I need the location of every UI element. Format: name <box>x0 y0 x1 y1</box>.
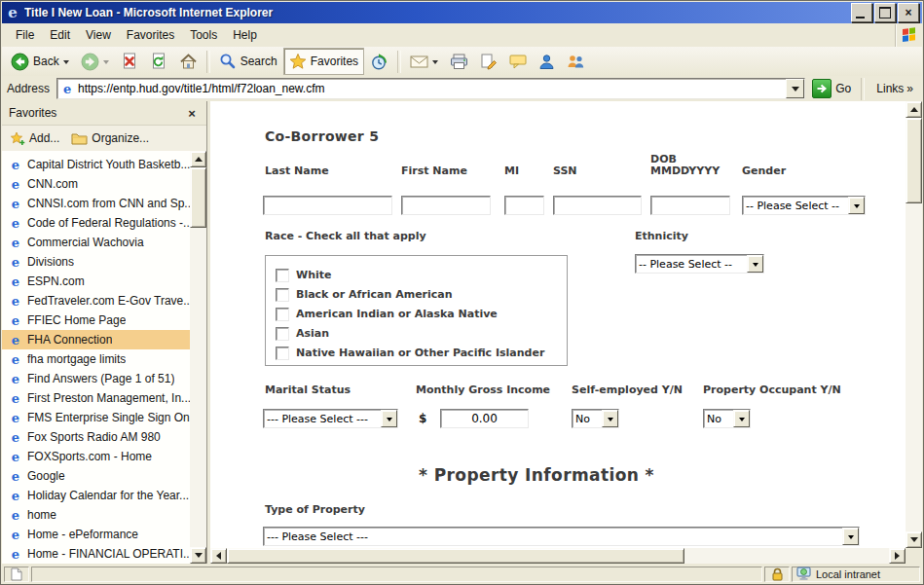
page-vertical-scrollbar[interactable] <box>906 101 922 548</box>
stop-button[interactable] <box>115 48 144 75</box>
race-checkbox[interactable] <box>276 347 289 360</box>
favorite-item-fha-connection[interactable]: eFHA Connection <box>2 330 190 349</box>
first-name-input[interactable] <box>401 196 491 215</box>
mi-input[interactable] <box>504 196 544 215</box>
links-button[interactable]: Links » <box>872 82 917 95</box>
favorite-item[interactable]: eFOXSports.com - Home <box>2 447 190 466</box>
add-favorite-button[interactable]: Add... <box>10 131 59 146</box>
favorite-item[interactable]: eFedTraveler.com E-Gov Trave... <box>2 291 190 311</box>
menu-favorites[interactable]: Favorites <box>119 24 182 46</box>
favorite-item[interactable]: eFox Sports Radio AM 980 <box>2 427 190 447</box>
favorite-item[interactable]: ehome <box>2 505 190 525</box>
race-checkbox[interactable] <box>276 327 289 341</box>
home-button[interactable] <box>173 48 203 75</box>
occupant-select[interactable]: No <box>703 409 751 428</box>
dob-input[interactable] <box>650 196 730 215</box>
marital-status-select[interactable]: --- Please Select --- <box>263 409 398 428</box>
organize-favorites-button[interactable]: Organize... <box>71 131 149 145</box>
favorite-item[interactable]: eCode of Federal Regulations -... <box>2 213 190 233</box>
menu-help[interactable]: Help <box>225 24 265 46</box>
favorites-scrollbar[interactable] <box>190 151 206 564</box>
race-checkbox[interactable] <box>276 269 289 282</box>
last-name-input[interactable] <box>263 196 392 215</box>
history-button[interactable] <box>364 48 394 75</box>
minimize-button[interactable] <box>851 3 872 22</box>
favorite-item[interactable]: eDivisions <box>2 252 190 272</box>
favorite-item[interactable]: eCapital District Youth Basketb... <box>2 155 190 174</box>
title-bar: e Title I New Loan - Microsoft Internet … <box>2 2 922 23</box>
race-label: Race - Check all that apply <box>265 231 426 242</box>
maximize-button[interactable] <box>874 3 896 22</box>
favorite-item[interactable]: eFFIEC Home Page <box>2 311 190 330</box>
favorite-item[interactable]: eESPN.com <box>2 272 190 291</box>
mail-button[interactable] <box>404 48 444 75</box>
favorite-item[interactable]: eFirst Preston Management, In... <box>2 388 190 408</box>
gender-select[interactable]: -- Please Select -- <box>742 196 866 215</box>
scroll-up-button[interactable] <box>190 151 206 167</box>
forward-button[interactable] <box>75 48 115 75</box>
favorite-label: Capital District Youth Basketb... <box>27 158 190 171</box>
favorites-panel: Favorites × Add... Organize... eCapital … <box>2 101 207 564</box>
favorite-label: FedTraveler.com E-Gov Trave... <box>27 294 190 308</box>
zone-label: Local intranet <box>816 568 880 580</box>
self-employed-label: Self-employed Y/N <box>572 384 683 396</box>
scroll-thumb[interactable] <box>190 167 206 228</box>
research-button[interactable] <box>561 48 591 75</box>
ethnicity-select[interactable]: -- Please Select -- <box>635 254 764 274</box>
favorite-item[interactable]: eGoogle <box>2 466 190 486</box>
favorite-item[interactable]: eHome - ePeformance <box>2 525 190 544</box>
favorite-item[interactable]: eCommercial Wachovia <box>2 233 190 252</box>
scroll-left-button[interactable] <box>210 548 227 564</box>
address-label: Address <box>7 82 52 95</box>
scroll-thumb[interactable] <box>906 118 922 203</box>
go-button[interactable]: Go <box>810 79 853 98</box>
favorites-button[interactable]: Favorites <box>283 48 364 75</box>
favorites-close-button[interactable]: × <box>184 106 200 121</box>
favorites-star-icon <box>289 53 307 70</box>
favorite-label: Holiday Calendar for the Year... <box>27 489 189 502</box>
ethnicity-label: Ethnicity <box>635 231 688 242</box>
race-checkbox[interactable] <box>276 288 289 302</box>
scroll-right-button[interactable] <box>889 548 906 564</box>
ie-icon: e <box>9 528 22 541</box>
menu-edit[interactable]: Edit <box>42 24 78 46</box>
scroll-up-button[interactable] <box>906 101 922 118</box>
discuss-button[interactable] <box>503 48 533 75</box>
document-area: Co-Borrower 5 Last Name First Name MI SS… <box>207 101 922 564</box>
edit-button[interactable] <box>474 48 503 75</box>
favorite-item[interactable]: eCNNSI.com from CNN and Sp... <box>2 194 190 213</box>
page-horizontal-scrollbar[interactable] <box>210 548 906 564</box>
print-button[interactable] <box>444 48 474 75</box>
favorites-toolbar: Add... Organize... <box>2 126 206 152</box>
race-checkbox[interactable] <box>276 308 289 321</box>
type-of-property-select[interactable]: --- Please Select --- <box>263 527 860 546</box>
refresh-button[interactable] <box>144 48 173 75</box>
favorite-item[interactable]: eHoliday Calendar for the Year... <box>2 486 190 505</box>
favorite-item[interactable]: eFMS Enterprise Single Sign On... <box>2 408 190 427</box>
favorite-item[interactable]: eFind Answers (Page 1 of 51) <box>2 369 190 388</box>
currency-symbol: $ <box>419 412 426 425</box>
messenger-button[interactable] <box>533 48 561 75</box>
address-input[interactable]: e https://entp.hud.gov/title1/html/f72lo… <box>56 78 805 99</box>
menu-tools[interactable]: Tools <box>182 24 225 46</box>
address-dropdown-button[interactable] <box>786 79 804 98</box>
favorite-item[interactable]: eCNN.com <box>2 174 190 194</box>
scroll-down-button[interactable] <box>906 531 922 548</box>
search-button[interactable]: Search <box>213 48 283 75</box>
scroll-thumb[interactable] <box>227 548 684 564</box>
close-button[interactable]: × <box>898 3 919 22</box>
scroll-down-button[interactable] <box>190 547 206 564</box>
income-input[interactable] <box>440 409 529 428</box>
ie-icon: e <box>9 333 22 347</box>
menu-file[interactable]: File <box>8 24 42 46</box>
favorite-item[interactable]: efha mortgage limits <box>2 349 190 369</box>
search-icon <box>219 53 237 70</box>
back-button[interactable]: Back <box>5 48 75 75</box>
favorite-item[interactable]: eHome - FINANCIAL OPERATI... <box>2 544 190 564</box>
favorites-label: Favorites <box>311 55 358 68</box>
self-employed-select[interactable]: No <box>572 409 619 428</box>
mail-dropdown-icon <box>432 60 438 64</box>
menu-view[interactable]: View <box>78 24 119 46</box>
ssn-input[interactable] <box>553 196 642 215</box>
ie-icon: e <box>9 177 22 191</box>
